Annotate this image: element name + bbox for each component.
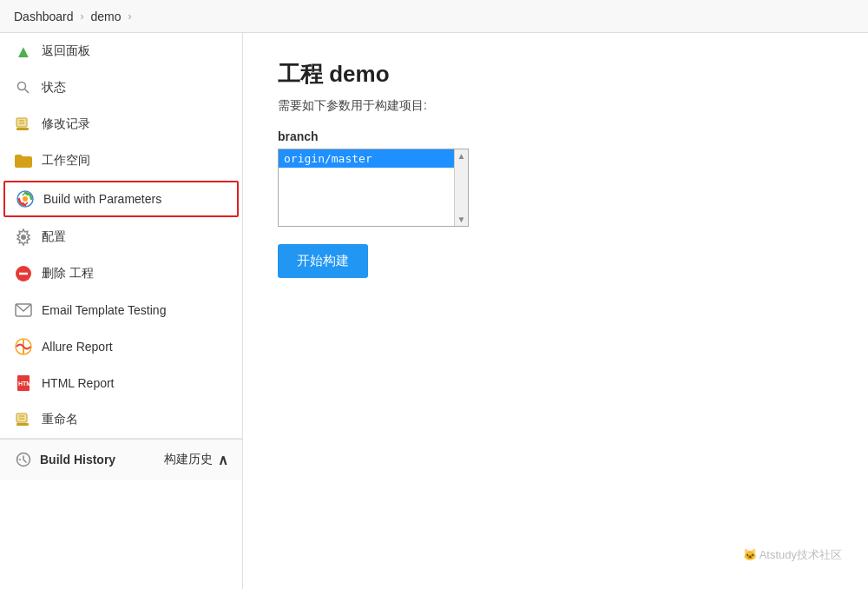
build-button[interactable]: 开始构建 xyxy=(278,244,368,278)
rename-icon xyxy=(14,410,33,429)
delete-icon xyxy=(14,264,33,283)
build-params-icon xyxy=(16,189,35,208)
watermark-text: 🐱 Atstudy技术社区 xyxy=(743,548,842,561)
breadcrumb-sep2: › xyxy=(128,10,132,23)
svg-text:HTML: HTML xyxy=(18,381,32,387)
sidebar-item-delete[interactable]: 删除 工程 xyxy=(0,255,242,292)
branch-select-inner: origin/master xyxy=(279,149,468,226)
branch-select-wrapper: origin/master ▲ ▼ xyxy=(278,149,469,227)
folder-icon xyxy=(14,151,33,170)
sidebar-item-label-html-report: HTML Report xyxy=(42,376,115,390)
arrow-up-icon: ▲ xyxy=(14,42,33,61)
sidebar-item-rename[interactable]: 重命名 xyxy=(0,401,242,439)
page-title: 工程 demo xyxy=(278,59,833,89)
sidebar-item-label-delete: 删除 工程 xyxy=(42,266,94,281)
breadcrumb-sep1: › xyxy=(81,10,84,23)
sidebar-item-workspace[interactable]: 工作空间 xyxy=(0,142,242,179)
svg-rect-3 xyxy=(16,118,27,127)
svg-point-7 xyxy=(23,196,28,202)
sidebar-item-back[interactable]: ▲ 返回面板 xyxy=(0,33,242,69)
param-label: branch xyxy=(278,129,833,143)
build-history-cn[interactable]: 构建历史 ∧ xyxy=(164,452,228,468)
svg-point-0 xyxy=(18,83,26,90)
topbar: Dashboard › demo › xyxy=(0,0,868,33)
svg-point-21 xyxy=(17,459,19,460)
sidebar-item-allure[interactable]: Allure Report xyxy=(0,328,242,365)
sidebar-item-html-report[interactable]: HTML HTML Report xyxy=(0,365,242,401)
svg-point-8 xyxy=(21,235,26,240)
gear-icon xyxy=(14,228,33,247)
sidebar-item-label-email-template: Email Template Testing xyxy=(42,303,166,317)
html-report-icon: HTML xyxy=(14,374,33,393)
watermark: 🐱 Atstudy技术社区 xyxy=(743,547,842,563)
breadcrumb-project[interactable]: demo xyxy=(91,10,122,23)
svg-point-20 xyxy=(19,459,21,460)
sidebar-item-changes[interactable]: 修改记录 xyxy=(0,106,242,142)
sidebar-item-email-template[interactable]: Email Template Testing xyxy=(0,292,242,328)
breadcrumb-dashboard[interactable]: Dashboard xyxy=(14,10,74,23)
sidebar-item-label-build-params: Build with Parameters xyxy=(43,192,161,206)
branch-param: branch origin/master ▲ ▼ xyxy=(278,129,833,227)
scroll-up-arrow[interactable]: ▲ xyxy=(457,151,466,161)
expand-icon[interactable]: ∧ xyxy=(218,452,228,468)
email-icon xyxy=(14,301,33,320)
sidebar-item-label-status: 状态 xyxy=(42,80,66,96)
sidebar-item-config[interactable]: 配置 xyxy=(0,219,242,255)
main-content: 工程 demo 需要如下参数用于构建项目: branch origin/mast… xyxy=(243,33,868,589)
scroll-down-arrow[interactable]: ▼ xyxy=(457,215,466,224)
layout: ▲ 返回面板 状态 修改记录 xyxy=(0,33,868,589)
svg-line-1 xyxy=(25,89,30,94)
history-cn-label: 构建历史 xyxy=(164,452,213,467)
svg-rect-15 xyxy=(16,423,29,426)
branch-option-selected[interactable]: origin/master xyxy=(279,149,468,168)
sidebar-item-label-rename: 重命名 xyxy=(42,412,78,427)
build-history-section[interactable]: Build History xyxy=(14,450,115,469)
sidebar-item-status[interactable]: 状态 xyxy=(0,69,242,106)
sidebar-item-build-params[interactable]: Build with Parameters xyxy=(3,181,239,217)
clock-icon xyxy=(14,450,33,469)
allure-icon xyxy=(14,337,33,356)
svg-rect-2 xyxy=(16,128,29,130)
svg-rect-16 xyxy=(16,414,27,422)
sidebar-item-label-workspace: 工作空间 xyxy=(42,153,90,169)
branch-scrollbar: ▲ ▼ xyxy=(454,149,468,226)
sidebar-item-label-config: 配置 xyxy=(42,229,66,245)
page-subtitle: 需要如下参数用于构建项目: xyxy=(278,98,833,114)
sidebar-item-label-changes: 修改记录 xyxy=(42,116,90,132)
pencil-icon xyxy=(14,115,33,134)
search-icon xyxy=(14,78,33,97)
build-history-label: Build History xyxy=(40,453,115,467)
sidebar-item-label-back: 返回面板 xyxy=(42,43,90,59)
sidebar-footer: Build History 构建历史 ∧ xyxy=(0,439,242,480)
sidebar: ▲ 返回面板 状态 修改记录 xyxy=(0,33,243,589)
sidebar-item-label-allure: Allure Report xyxy=(42,340,113,354)
